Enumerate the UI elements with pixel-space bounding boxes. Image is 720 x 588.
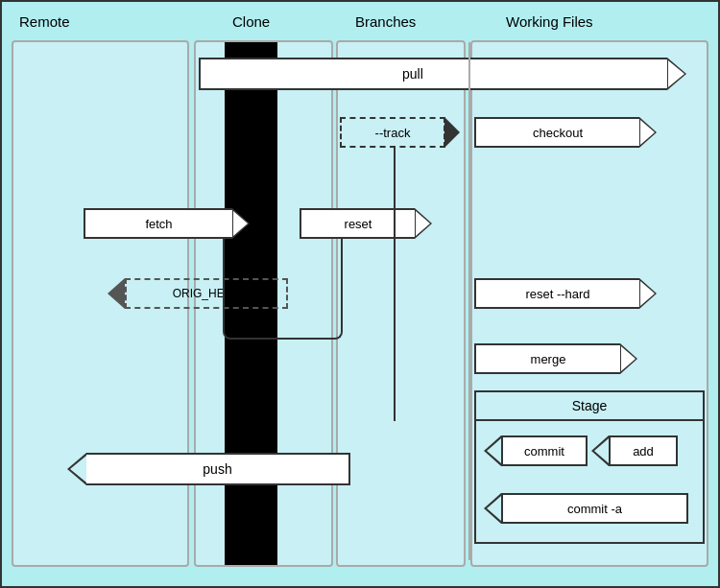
header-clone: Clone <box>232 13 270 30</box>
header-branches: Branches <box>355 13 416 30</box>
track-label: --track <box>340 117 445 148</box>
track-tip <box>444 117 460 148</box>
branches-working-divider <box>468 42 470 560</box>
header-working: Working Files <box>506 13 593 30</box>
merge-label: merge <box>474 343 620 374</box>
commit-a-arrow: commit -a <box>484 493 688 524</box>
add-label: add <box>609 435 678 466</box>
reset-tip <box>415 208 432 239</box>
track-arrow: --track <box>340 117 460 148</box>
fetch-label: fetch <box>84 208 232 239</box>
reset-hard-arrow: reset --hard <box>474 278 657 309</box>
merge-arrow: merge <box>474 343 637 374</box>
fetch-tip <box>232 208 250 239</box>
checkout-tip <box>639 117 657 148</box>
stage-label: Stage <box>476 392 703 421</box>
pull-tip <box>667 58 686 90</box>
reset-label: reset <box>300 208 415 239</box>
push-arrow: push <box>67 453 350 485</box>
add-left-tip <box>591 435 609 466</box>
push-label: push <box>86 453 350 485</box>
checkout-arrow: checkout <box>474 117 657 148</box>
main-diagram: Remote Clone Branches Working Files pull… <box>0 0 720 588</box>
orig-head-tip <box>108 278 125 309</box>
connector-loop <box>223 239 343 340</box>
pull-label: pull <box>199 58 667 90</box>
header-remote: Remote <box>19 13 70 30</box>
stage-box: Stage commit add commit -a <box>474 390 705 544</box>
merge-tip <box>620 343 637 374</box>
reset-hard-label: reset --hard <box>474 278 639 309</box>
branches-vline <box>394 148 396 421</box>
commit-arrow: commit <box>484 435 588 466</box>
reset-arrow: reset <box>300 208 432 239</box>
add-arrow: add <box>591 435 678 466</box>
push-left-tip <box>67 453 86 485</box>
checkout-label: checkout <box>474 117 639 148</box>
commit-left-tip <box>484 435 501 466</box>
fetch-arrow: fetch <box>84 208 250 239</box>
commit-label: commit <box>501 435 588 466</box>
commit-a-label: commit -a <box>501 493 688 524</box>
pull-arrow: pull <box>199 58 686 90</box>
reset-hard-tip <box>639 278 657 309</box>
commit-a-left-tip <box>484 493 501 524</box>
